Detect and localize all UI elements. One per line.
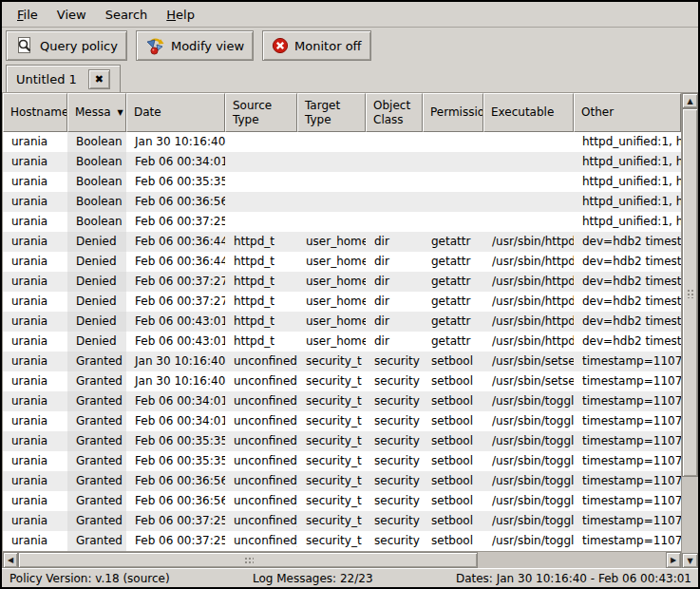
- column-header-object-class[interactable]: Object Class: [366, 93, 423, 132]
- cell-message: Boolean: [67, 192, 126, 212]
- cell-date: Feb 06 00:35:35: [126, 451, 225, 471]
- table-row[interactable]: uraniaGrantedFeb 06 00:35:35unconfined_s…: [3, 451, 681, 471]
- cell-permission: setbool: [423, 531, 483, 551]
- table-row[interactable]: uraniaGrantedFeb 06 00:36:56unconfined_s…: [3, 491, 681, 511]
- cell-hostname: urania: [3, 352, 67, 371]
- vertical-scroll-trough[interactable]: [682, 108, 698, 553]
- cell-permission: [423, 132, 483, 152]
- table-row[interactable]: uraniaBooleanFeb 06 00:34:01httpd_unifie…: [3, 152, 681, 172]
- table-row[interactable]: uraniaDeniedFeb 06 00:36:44httpd_tuser_h…: [3, 232, 681, 252]
- modify-view-label: Modify view: [171, 39, 244, 53]
- cell-permission: setbool: [423, 511, 483, 531]
- column-header-hostname[interactable]: Hostname: [3, 93, 67, 132]
- scroll-up-button[interactable]: ▲: [682, 93, 698, 108]
- table-row[interactable]: uraniaGrantedFeb 06 00:34:01unconfined_s…: [3, 411, 681, 431]
- cell-date: Feb 06 00:34:01: [126, 152, 225, 172]
- scroll-right-icon: ▶: [671, 556, 676, 564]
- menu-item-view[interactable]: View: [47, 5, 96, 25]
- cell-permission: getattr: [423, 292, 483, 312]
- cell-other: httpd_unified:1, h: [574, 192, 681, 212]
- vertical-scrollbar[interactable]: ▲ ▼: [681, 93, 698, 568]
- table-row[interactable]: uraniaDeniedFeb 06 00:43:01httpd_tuser_h…: [3, 332, 681, 352]
- table-row[interactable]: uraniaDeniedFeb 06 00:37:27httpd_tuser_h…: [3, 292, 681, 312]
- cell-source-type: unconfined_: [225, 431, 297, 451]
- column-header-executable[interactable]: Executable: [483, 93, 574, 132]
- cell-other: httpd_unified:1, h: [574, 172, 681, 192]
- cell-message: Granted: [67, 511, 126, 531]
- column-header-message[interactable]: Messa▼: [67, 93, 126, 132]
- menu-item-search[interactable]: Search: [96, 5, 158, 25]
- status-bar: Policy Version: v.18 (source) Log Messag…: [2, 568, 698, 587]
- cell-executable: /usr/sbin/toggle: [483, 391, 574, 411]
- cell-hostname: urania: [3, 391, 67, 411]
- table-row[interactable]: uraniaBooleanFeb 06 00:35:35httpd_unifie…: [3, 172, 681, 192]
- table-row[interactable]: uraniaDeniedFeb 06 00:36:44httpd_tuser_h…: [3, 252, 681, 272]
- cell-target-type: security_t: [297, 411, 366, 431]
- column-header-date[interactable]: Date: [126, 93, 225, 132]
- cell-target-type: user_home_: [297, 292, 366, 312]
- log-table: Hostname Messa▼ Date Source Type Target …: [2, 93, 681, 568]
- column-header-other[interactable]: Other: [574, 93, 681, 132]
- query-policy-label: Query policy: [40, 39, 118, 53]
- monitor-off-button[interactable]: Monitor off: [262, 30, 370, 61]
- cell-message: Denied: [67, 292, 126, 312]
- query-policy-icon: [15, 36, 34, 55]
- scroll-left-button[interactable]: ◀: [3, 552, 18, 568]
- cell-source-type: httpd_t: [225, 252, 297, 272]
- table-row[interactable]: uraniaDeniedFeb 06 00:43:01httpd_tuser_h…: [3, 312, 681, 332]
- cell-source-type: [225, 192, 297, 212]
- modify-view-button[interactable]: Modify view: [136, 30, 254, 61]
- cell-date: Feb 06 00:36:56: [126, 192, 225, 212]
- table-row[interactable]: uraniaGrantedFeb 06 00:37:25unconfined_s…: [3, 531, 681, 551]
- cell-permission: setbool: [423, 471, 483, 491]
- cell-target-type: security_t: [297, 471, 366, 491]
- cell-permission: getattr: [423, 312, 483, 332]
- table-row[interactable]: uraniaDeniedFeb 06 00:37:27httpd_tuser_h…: [3, 272, 681, 292]
- cell-executable: /usr/sbin/httpd: [483, 332, 574, 352]
- cell-hostname: urania: [3, 292, 67, 312]
- cell-message: Granted: [67, 391, 126, 411]
- cell-permission: [423, 152, 483, 172]
- tab-untitled-1[interactable]: Untitled 1 ✖: [6, 65, 121, 92]
- table-row[interactable]: uraniaGrantedFeb 06 00:36:56unconfined_s…: [3, 471, 681, 491]
- horizontal-scrollbar[interactable]: ◀ ▶: [3, 551, 681, 568]
- table-row[interactable]: uraniaBooleanFeb 06 00:36:56httpd_unifie…: [3, 192, 681, 212]
- cell-date: Feb 06 00:34:01: [126, 391, 225, 411]
- cell-other: timestamp=11076: [574, 411, 681, 431]
- scroll-down-button[interactable]: ▼: [682, 553, 698, 568]
- horizontal-scroll-thumb[interactable]: [18, 552, 478, 568]
- table-row[interactable]: uraniaBooleanFeb 06 00:37:25httpd_unifie…: [3, 212, 681, 232]
- cell-hostname: urania: [3, 491, 67, 511]
- cell-executable: [483, 212, 574, 232]
- table-row[interactable]: uraniaGrantedJan 30 10:16:40unconfined_s…: [3, 371, 681, 391]
- column-header-source-type[interactable]: Source Type: [225, 93, 297, 132]
- table-row[interactable]: uraniaGrantedFeb 06 00:35:35unconfined_s…: [3, 431, 681, 451]
- table-row[interactable]: uraniaGrantedFeb 06 00:34:01unconfined_s…: [3, 391, 681, 411]
- table-row[interactable]: uraniaGrantedJan 30 10:16:40unconfined_s…: [3, 352, 681, 371]
- cell-object-class: dir: [366, 312, 423, 332]
- horizontal-scroll-trough[interactable]: [18, 552, 666, 568]
- query-policy-button[interactable]: Query policy: [6, 30, 127, 61]
- scroll-right-button[interactable]: ▶: [666, 552, 681, 568]
- cell-other: httpd_unified:1, h: [574, 132, 681, 152]
- cell-source-type: [225, 212, 297, 232]
- cell-object-class: security: [366, 431, 423, 451]
- seaudit-window: File View Search Help Query policy: [0, 0, 700, 589]
- cell-hostname: urania: [3, 192, 67, 212]
- cell-permission: getattr: [423, 272, 483, 292]
- tab-close-button[interactable]: ✖: [88, 69, 110, 89]
- cell-hostname: urania: [3, 212, 67, 232]
- vertical-scroll-thumb[interactable]: [682, 108, 698, 477]
- menu-item-help[interactable]: Help: [157, 5, 204, 25]
- scroll-up-icon: ▲: [687, 97, 692, 105]
- cell-message: Granted: [67, 352, 126, 371]
- table-row[interactable]: uraniaGrantedFeb 06 00:37:25unconfined_s…: [3, 511, 681, 531]
- menu-item-file[interactable]: File: [8, 5, 47, 25]
- cell-message: Granted: [67, 431, 126, 451]
- cell-object-class: dir: [366, 252, 423, 272]
- column-header-target-type[interactable]: Target Type: [297, 93, 366, 132]
- column-header-permission[interactable]: Permission: [423, 93, 483, 132]
- table-row[interactable]: uraniaBooleanJan 30 10:16:40httpd_unifie…: [3, 132, 681, 152]
- cell-executable: /usr/sbin/setseb: [483, 352, 574, 371]
- cell-object-class: [366, 152, 423, 172]
